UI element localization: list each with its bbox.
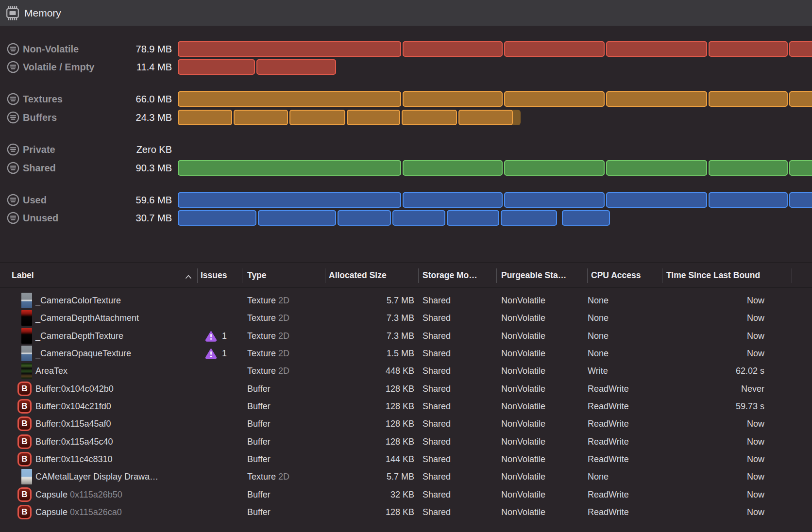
row-label-text: _CameraDepthAttachment <box>35 313 139 323</box>
memory-bar-segment[interactable] <box>289 110 345 125</box>
memory-category-value: 59.6 MB <box>68 192 172 208</box>
memory-category-row-unused[interactable]: Unused30.7 MB <box>0 210 812 226</box>
type-main: Buffer <box>247 437 271 447</box>
cell-cpu-access: None <box>588 345 609 362</box>
filter-icon[interactable] <box>7 43 19 55</box>
cell-storage-mode: Shared <box>423 380 451 398</box>
table-row[interactable]: AreaTexTexture 2D448 KBSharedNonVolatile… <box>0 362 812 380</box>
memory-bar-track <box>177 110 812 125</box>
cell-storage-mode: Shared <box>423 362 451 380</box>
memory-category-row-used[interactable]: Used59.6 MB <box>0 192 812 208</box>
memory-bar-segment[interactable] <box>709 192 788 208</box>
row-label-text: CAMetalLayer Display Drawa… <box>35 472 158 482</box>
memory-bar-segment[interactable] <box>504 192 605 208</box>
filter-icon[interactable] <box>7 212 19 224</box>
column-header-cpu[interactable]: CPU Access <box>591 263 641 288</box>
memory-bar-segment[interactable] <box>234 110 288 125</box>
memory-category-row-buffers[interactable]: Buffers24.3 MB <box>0 110 812 125</box>
warning-icon[interactable] <box>205 331 217 342</box>
cell-type: Buffer <box>247 450 271 468</box>
memory-bar-segment[interactable] <box>403 192 503 208</box>
memory-bar-segment[interactable] <box>789 160 812 176</box>
memory-bar-segment[interactable] <box>458 110 513 125</box>
memory-bar-segment[interactable] <box>504 41 605 57</box>
filter-icon[interactable] <box>7 93 19 105</box>
memory-bar-segment[interactable] <box>178 160 401 176</box>
memory-bar-segment[interactable] <box>178 41 401 57</box>
warning-icon[interactable] <box>205 348 217 359</box>
memory-bar-segment[interactable] <box>347 110 400 125</box>
memory-category-row-volatile-empty[interactable]: Volatile / Empty11.4 MB <box>0 59 812 75</box>
memory-bar-segment[interactable] <box>178 110 232 125</box>
memory-category-row-shared[interactable]: Shared90.3 MB <box>0 160 812 176</box>
memory-bar-segment[interactable] <box>709 91 788 107</box>
memory-bar-segment[interactable] <box>256 59 336 75</box>
memory-bar-segment[interactable] <box>447 210 499 226</box>
type-main: Buffer <box>247 401 271 411</box>
memory-bar-segment[interactable] <box>178 59 255 75</box>
memory-bar-segment[interactable] <box>178 210 256 226</box>
memory-bar-segment[interactable] <box>606 192 707 208</box>
memory-bar-segment[interactable] <box>178 91 401 107</box>
memory-bar-segment[interactable] <box>338 210 391 226</box>
depth-thumbnail <box>21 328 32 344</box>
filter-icon[interactable] <box>7 194 19 206</box>
cell-allocated-size: 32 KB <box>325 486 414 503</box>
memory-bar-segment[interactable] <box>789 192 812 208</box>
memory-category-row-private[interactable]: PrivateZero KB <box>0 142 812 157</box>
memory-bar-segment[interactable] <box>178 192 401 208</box>
column-header-alloc[interactable]: Allocated Size <box>329 263 387 288</box>
filter-icon[interactable] <box>7 61 19 73</box>
memory-bar-segment[interactable] <box>258 210 336 226</box>
column-header-label[interactable]: Label <box>12 263 34 288</box>
table-body: _CameraColorTextureTexture 2D5.7 MBShare… <box>0 288 812 532</box>
memory-category-row-textures[interactable]: Textures66.0 MB <box>0 91 812 107</box>
table-row[interactable]: BCapsule 0x115a26ca0Buffer128 KBSharedNo… <box>0 503 812 521</box>
column-header-storage[interactable]: Storage Mo… <box>423 263 477 288</box>
memory-bar-segment[interactable] <box>789 41 812 57</box>
memory-bar-segment[interactable] <box>402 110 457 125</box>
memory-bar-segment[interactable] <box>392 210 445 226</box>
table-row[interactable]: BBuffer:0x115a45c40Buffer128 KBSharedNon… <box>0 433 812 450</box>
table-row[interactable]: _CameraColorTextureTexture 2D5.7 MBShare… <box>0 292 812 309</box>
table-row[interactable]: _CameraDepthAttachmentTexture 2D7.3 MBSh… <box>0 309 812 327</box>
memory-bar-segment[interactable] <box>504 91 605 107</box>
column-header-purgeable[interactable]: Purgeable Sta… <box>501 263 566 288</box>
filter-icon[interactable] <box>7 143 19 156</box>
cell-time-since-last-bound: Now <box>670 468 764 485</box>
memory-bar-segment[interactable] <box>606 160 707 176</box>
table-row[interactable]: BBuffer:0x115a45af0Buffer128 KBSharedNon… <box>0 415 812 432</box>
table-row[interactable]: BBuffer:0x11c4c8310Buffer144 KBSharedNon… <box>0 450 812 468</box>
column-header-issues[interactable]: Issues <box>201 263 227 288</box>
memory-bar-segment[interactable] <box>403 41 503 57</box>
cell-cpu-access: ReadWrite <box>588 415 629 432</box>
table-row[interactable]: BCapsule 0x115a26b50Buffer32 KBSharedNon… <box>0 486 812 503</box>
type-main: Texture <box>247 331 276 341</box>
memory-bar-segment[interactable] <box>501 210 557 226</box>
cell-purgeable-state: NonVolatile <box>501 309 545 327</box>
memory-bar-segment[interactable] <box>504 160 605 176</box>
row-label: Buffer:0x104c042b0 <box>35 380 114 398</box>
column-header-type[interactable]: Type <box>247 263 267 288</box>
memory-bar-segment[interactable] <box>709 160 788 176</box>
memory-bar-segment[interactable] <box>606 91 707 107</box>
table-row[interactable]: CAMetalLayer Display Drawa…Texture 2D5.7… <box>0 468 812 485</box>
column-header-time[interactable]: Time Since Last Bound <box>666 263 760 288</box>
filter-icon[interactable] <box>7 162 19 174</box>
type-main: Buffer <box>247 454 271 464</box>
issue-count: 1 <box>222 327 227 345</box>
cell-time-since-last-bound: 59.73 s <box>670 398 764 415</box>
memory-bar-segment[interactable] <box>562 210 610 226</box>
table-row[interactable]: BBuffer:0x104c042b0Buffer128 KBSharedNon… <box>0 380 812 398</box>
memory-bar-segment[interactable] <box>709 41 788 57</box>
table-row[interactable]: BBuffer:0x104c21fd0Buffer128 KBSharedNon… <box>0 398 812 415</box>
row-label: Buffer:0x104c21fd0 <box>35 398 111 415</box>
memory-bar-segment[interactable] <box>403 91 503 107</box>
memory-bar-segment[interactable] <box>403 160 503 176</box>
table-row[interactable]: _CameraOpaqueTexture1Texture 2D1.5 MBSha… <box>0 345 812 362</box>
table-row[interactable]: _CameraDepthTexture1Texture 2D7.3 MBShar… <box>0 327 812 345</box>
memory-bar-segment[interactable] <box>789 91 812 107</box>
memory-category-row-non-volatile[interactable]: Non-Volatile78.9 MB <box>0 41 812 57</box>
filter-icon[interactable] <box>7 111 19 124</box>
memory-bar-segment[interactable] <box>606 41 707 57</box>
